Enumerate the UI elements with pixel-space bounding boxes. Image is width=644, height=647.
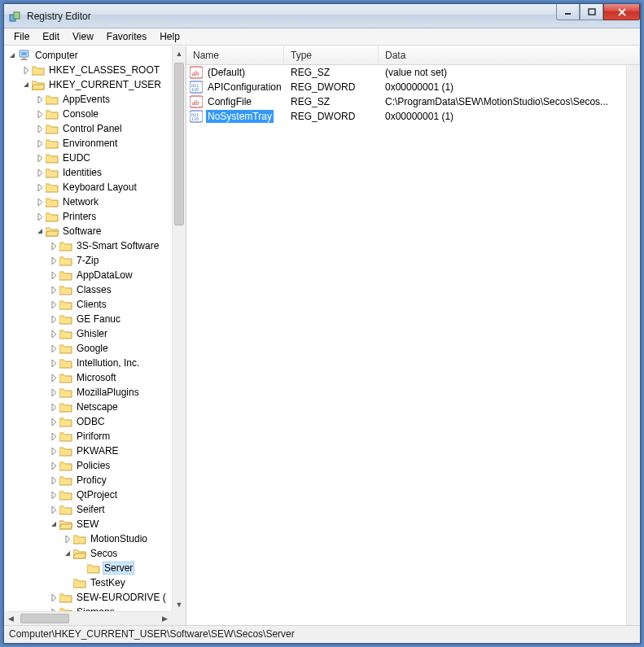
expander-icon[interactable] bbox=[49, 374, 59, 382]
expander-icon[interactable] bbox=[49, 257, 59, 264]
expander-icon[interactable] bbox=[49, 243, 59, 250]
expander-icon[interactable] bbox=[49, 316, 59, 323]
expander-icon[interactable] bbox=[35, 111, 46, 118]
expander-icon[interactable] bbox=[7, 52, 18, 59]
scroll-up-icon[interactable]: ▲ bbox=[173, 46, 186, 60]
tree-node-environment[interactable]: Environment bbox=[4, 136, 172, 151]
expander-icon[interactable] bbox=[49, 492, 59, 499]
scroll-left-icon[interactable]: ◀ bbox=[4, 612, 18, 625]
column-header-type[interactable]: Type bbox=[284, 46, 379, 64]
expander-icon[interactable] bbox=[49, 506, 59, 514]
tree-node-motionstudio[interactable]: MotionStudio bbox=[4, 531, 172, 546]
tree-node-console[interactable]: Console bbox=[4, 107, 172, 121]
tree-node-printers[interactable]: Printers bbox=[4, 209, 172, 224]
expander-icon[interactable] bbox=[35, 155, 46, 162]
tree-node-computer[interactable]: Computer bbox=[4, 48, 172, 63]
expander-icon[interactable] bbox=[49, 272, 59, 279]
tree-node-policies[interactable]: Policies bbox=[4, 458, 172, 473]
expander-icon[interactable] bbox=[35, 125, 46, 133]
tree-node-siemens[interactable]: Siemens bbox=[4, 605, 172, 611]
tree-node-server[interactable]: Server bbox=[4, 561, 172, 575]
tree-node-appdatalow[interactable]: AppDataLow bbox=[4, 268, 172, 282]
menu-help[interactable]: Help bbox=[153, 29, 186, 44]
tree-node-identities[interactable]: Identities bbox=[4, 165, 172, 180]
tree-node-qtproject[interactable]: QtProject bbox=[4, 487, 172, 502]
tree-scroll[interactable]: Computer HKEY_CLASSES_ROOT HKEY_CURRENT_… bbox=[4, 46, 172, 611]
close-button[interactable] bbox=[603, 4, 640, 20]
tree-node-seifert[interactable]: Seifert bbox=[4, 502, 172, 517]
expander-icon[interactable] bbox=[49, 594, 59, 601]
expander-icon[interactable] bbox=[49, 345, 59, 352]
expander-icon[interactable] bbox=[49, 433, 59, 440]
tree-node-testkey[interactable]: TestKey bbox=[4, 575, 172, 590]
expander-icon[interactable] bbox=[35, 184, 46, 191]
tree-node-piriform[interactable]: Piriform bbox=[4, 429, 172, 444]
tree-node-odbc[interactable]: ODBC bbox=[4, 414, 172, 429]
value-row[interactable]: APIConfiguration REG_DWORD 0x00000001 (1… bbox=[186, 80, 626, 94]
expander-icon[interactable] bbox=[35, 228, 46, 235]
tree-node-software[interactable]: Software bbox=[4, 224, 172, 238]
expander-icon[interactable] bbox=[49, 404, 59, 411]
tree-node-pkware[interactable]: PKWARE bbox=[4, 444, 172, 458]
tree-node-seweurodrive[interactable]: SEW-EURODRIVE ( bbox=[4, 590, 172, 605]
value-row[interactable]: NoSystemTray REG_DWORD 0x00000001 (1) bbox=[186, 109, 626, 124]
tree-node-sew[interactable]: SEW bbox=[4, 517, 172, 531]
value-row[interactable]: (Default) REG_SZ (value not set) bbox=[186, 65, 626, 80]
menu-view[interactable]: View bbox=[66, 29, 100, 44]
expander-icon[interactable] bbox=[49, 448, 59, 455]
menu-file[interactable]: File bbox=[7, 29, 36, 44]
scroll-thumb[interactable] bbox=[20, 614, 69, 623]
tree-node-microsoft[interactable]: Microsoft bbox=[4, 370, 172, 385]
maximize-button[interactable] bbox=[580, 4, 603, 20]
scroll-thumb[interactable] bbox=[174, 63, 184, 225]
expander-icon[interactable] bbox=[35, 140, 46, 147]
tree-vertical-scrollbar[interactable]: ▲ ▼ bbox=[172, 46, 186, 611]
expander-icon[interactable] bbox=[63, 550, 73, 557]
expander-icon[interactable] bbox=[49, 477, 59, 484]
tree-node-network[interactable]: Network bbox=[4, 195, 172, 209]
tree-node-keyboard[interactable]: Keyboard Layout bbox=[4, 180, 172, 195]
tree-node-controlpanel[interactable]: Control Panel bbox=[4, 121, 172, 136]
expander-icon[interactable] bbox=[49, 462, 59, 470]
tree-horizontal-scrollbar[interactable]: ◀ ▶ bbox=[4, 611, 172, 625]
tree-node-proficy[interactable]: Proficy bbox=[4, 473, 172, 487]
tree-node-secos[interactable]: Secos bbox=[4, 546, 172, 561]
expander-icon[interactable] bbox=[49, 330, 59, 338]
tree-node-mozilla[interactable]: MozillaPlugins bbox=[4, 385, 172, 400]
expander-icon[interactable] bbox=[35, 213, 46, 221]
expander-icon[interactable] bbox=[35, 169, 46, 177]
minimize-button[interactable] bbox=[556, 4, 580, 20]
value-row[interactable]: ConfigFile REG_SZ C:\ProgramData\SEW\Mot… bbox=[186, 94, 626, 109]
scroll-right-icon[interactable]: ▶ bbox=[158, 612, 172, 625]
expander-icon[interactable] bbox=[49, 301, 59, 308]
tree-node-gefanuc[interactable]: GE Fanuc bbox=[4, 312, 172, 326]
expander-icon[interactable] bbox=[49, 521, 59, 528]
titlebar[interactable]: Registry Editor bbox=[4, 4, 640, 28]
tree-node-classes[interactable]: Classes bbox=[4, 282, 172, 297]
column-header-data[interactable]: Data bbox=[379, 46, 640, 64]
tree-node-google[interactable]: Google bbox=[4, 341, 172, 356]
column-header-name[interactable]: Name bbox=[186, 46, 284, 64]
tree-node-eudc[interactable]: EUDC bbox=[4, 151, 172, 165]
expander-icon[interactable] bbox=[35, 96, 46, 103]
tree-node-appevents[interactable]: AppEvents bbox=[4, 92, 172, 107]
expander-icon[interactable] bbox=[49, 389, 59, 396]
menu-favorites[interactable]: Favorites bbox=[100, 29, 153, 44]
tree-node-hkcr[interactable]: HKEY_CLASSES_ROOT bbox=[4, 63, 172, 77]
expander-icon[interactable] bbox=[35, 199, 46, 206]
tree-node-ghisler[interactable]: Ghisler bbox=[4, 326, 172, 341]
scroll-down-icon[interactable]: ▼ bbox=[173, 597, 186, 611]
menu-edit[interactable]: Edit bbox=[36, 29, 66, 44]
tree-node-zip7[interactable]: 7-Zip bbox=[4, 253, 172, 268]
expander-icon[interactable] bbox=[63, 536, 73, 543]
tree-node-s3s[interactable]: 3S-Smart Software bbox=[4, 238, 172, 253]
expander-icon[interactable] bbox=[49, 360, 59, 367]
expander-icon[interactable] bbox=[49, 286, 59, 294]
tree-node-netscape[interactable]: Netscape bbox=[4, 400, 172, 414]
list-vertical-scrollbar[interactable] bbox=[626, 65, 640, 625]
tree-node-clients[interactable]: Clients bbox=[4, 297, 172, 312]
tree-node-intellution[interactable]: Intellution, Inc. bbox=[4, 356, 172, 370]
list-body[interactable]: (Default) REG_SZ (value not set) APIConf… bbox=[186, 65, 626, 625]
expander-icon[interactable] bbox=[49, 418, 59, 426]
expander-icon[interactable] bbox=[21, 81, 32, 89]
